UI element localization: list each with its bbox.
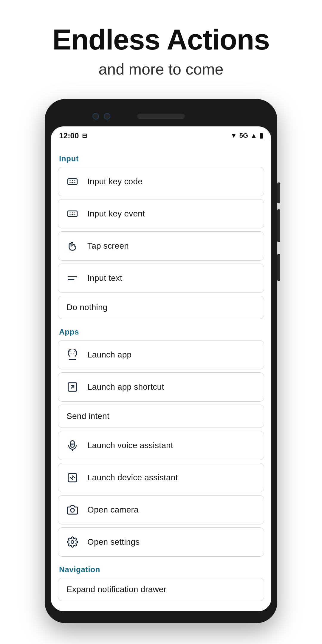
action-item-input-key-event[interactable]: Input key event [58,199,264,228]
touch-icon [65,238,80,254]
action-item-expand-notification-drawer[interactable]: Expand notification drawer [58,578,264,601]
action-item-send-intent[interactable]: Send intent [58,405,264,428]
action-label-tap-screen: Tap screen [87,241,129,251]
device-assistant-icon [65,470,80,485]
action-item-tap-screen[interactable]: Tap screen [58,231,264,261]
phone-cameras [92,113,110,120]
svg-line-19 [75,350,76,351]
status-left: 12:00 ⊟ [59,131,87,140]
camera-lens-1 [92,113,99,120]
phone-speaker [137,114,185,119]
action-item-launch-app-shortcut[interactable]: Launch app shortcut [58,372,264,402]
svg-rect-7 [68,211,77,216]
volume-up-button [277,182,280,203]
action-label-expand-notification-drawer: Expand notification drawer [66,585,166,594]
status-bar: 12:00 ⊟ ▼ 5G ▲ ▮ [51,126,271,144]
svg-point-25 [71,541,74,544]
action-label-input-key-code: Input key code [87,177,143,186]
svg-rect-12 [72,214,73,215]
camera-lens-2 [104,113,110,120]
action-label-launch-device-assistant: Launch device assistant [87,473,178,482]
section-label-apps: Apps [58,322,264,340]
action-item-launch-voice-assistant[interactable]: Launch voice assistant [58,431,264,460]
section-label-navigation: Navigation [58,560,264,578]
action-item-do-nothing[interactable]: Do nothing [58,296,264,319]
page-subtitle: and more to come [18,60,304,78]
signal-icon: ▲ [250,132,257,140]
phone-frame: 12:00 ⊟ ▼ 5G ▲ ▮ Input Input key code [45,99,277,623]
svg-rect-5 [72,182,73,183]
battery-icon: ▮ [259,132,263,140]
action-item-open-settings[interactable]: Open settings [58,527,264,557]
action-label-send-intent: Send intent [66,411,109,421]
action-item-launch-app[interactable]: Launch app [58,340,264,369]
svg-point-16 [71,353,72,354]
action-label-launch-app-shortcut: Launch app shortcut [87,382,164,392]
action-label-launch-app: Launch app [87,350,131,360]
svg-point-4 [70,182,71,183]
power-button [277,254,280,281]
action-label-open-settings: Open settings [87,537,140,547]
network-type: 5G [239,132,248,140]
phone-screen: 12:00 ⊟ ▼ 5G ▲ ▮ Input Input key code [51,126,271,611]
shortcut-icon [65,379,80,395]
svg-point-13 [74,214,75,215]
text-icon [65,270,80,286]
svg-point-17 [73,353,74,354]
page-header: Endless Actions and more to come [0,0,322,90]
page-title: Endless Actions [18,24,304,55]
camera-icon [65,502,80,518]
svg-point-2 [72,180,73,181]
keyboard-icon [65,206,80,222]
svg-point-1 [70,180,71,181]
action-label-open-camera: Open camera [87,505,139,515]
action-item-launch-device-assistant[interactable]: Launch device assistant [58,463,264,492]
svg-point-9 [72,212,73,213]
svg-point-3 [74,180,75,181]
status-time: 12:00 [59,131,79,140]
action-label-input-key-event: Input key event [87,209,145,219]
svg-rect-0 [68,179,77,184]
svg-point-10 [74,212,75,213]
svg-point-24 [71,508,75,512]
keyboard-icon [65,174,80,189]
volume-down-button [277,209,280,242]
wifi-icon: ▼ [230,132,237,140]
action-label-launch-voice-assistant: Launch voice assistant [87,441,173,450]
section-label-input: Input [58,149,264,167]
action-label-input-text: Input text [87,273,122,283]
android-icon [65,347,80,363]
action-item-input-key-code[interactable]: Input key code [58,167,264,196]
action-item-open-camera[interactable]: Open camera [58,495,264,524]
phone-top-bar [51,107,271,125]
action-label-do-nothing: Do nothing [66,303,107,312]
action-item-input-text[interactable]: Input text [58,264,264,293]
settings-icon [65,534,80,550]
svg-point-6 [74,182,75,183]
voice-icon [65,438,80,453]
screen-content[interactable]: Input Input key code Input key event Tap… [51,144,271,611]
db-icon: ⊟ [82,132,87,139]
svg-point-11 [70,214,71,215]
svg-line-18 [69,350,70,351]
status-right: ▼ 5G ▲ ▮ [230,132,263,140]
svg-point-8 [70,212,71,213]
